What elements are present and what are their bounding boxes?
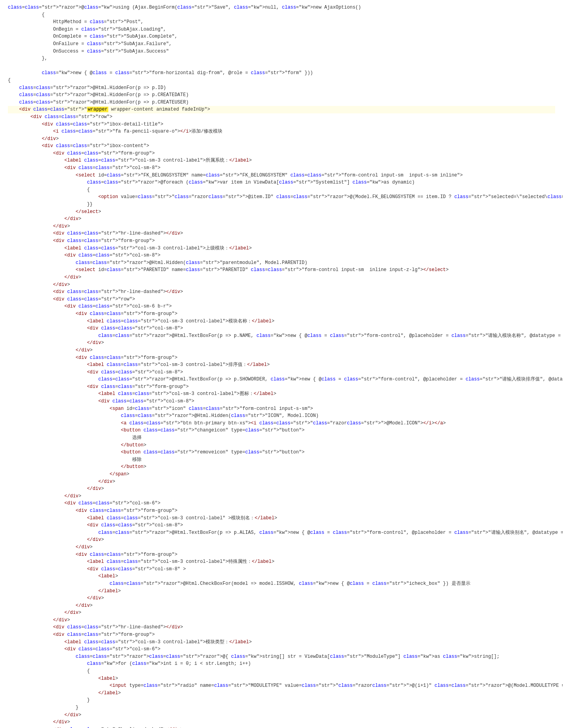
line-content: class=class="str">"razor">@class="kw">us… [8, 4, 555, 11]
code-line: } [8, 697, 555, 704]
code-line: <div class=class="str">"row"> [8, 113, 555, 121]
line-content: <div class=class="str">"form-group"> [8, 354, 555, 362]
code-line: class=class="str">"razor">@Html.TextBoxF… [8, 376, 555, 383]
line-content: { [8, 668, 555, 675]
line-content: } [8, 697, 555, 704]
line-content: class=class="str">"razor">@Html.TextBoxF… [8, 529, 563, 537]
code-line: OnFailure = class="str">"SubAjax.Failure… [8, 40, 555, 48]
code-line: <span id=class="str">"icon" class=class=… [8, 405, 555, 413]
code-line: </div> [8, 339, 555, 347]
code-line: </div> [8, 493, 555, 500]
code-line: class=class="str">"razor">@class="kw">us… [8, 4, 555, 11]
line-content: }} [8, 201, 555, 208]
line-content: </div> [8, 712, 555, 719]
line-content: </div> [8, 223, 555, 230]
line-content: class=class="str">"razor">@Html.Hidden(c… [8, 412, 555, 420]
code-line [8, 62, 555, 70]
code-line: </div> [8, 274, 555, 281]
code-line: 移除 [8, 456, 555, 464]
line-content: { [8, 77, 555, 84]
code-line: </div> [8, 135, 555, 143]
code-line: <div class=class="str">"hr-line-dashed">… [8, 288, 555, 296]
line-content [8, 62, 555, 70]
code-line: </div> [8, 536, 555, 544]
code-line: { [8, 77, 555, 84]
code-line: </button> [8, 442, 555, 449]
line-content: </div> [8, 347, 555, 354]
code-line: <div class=class="str">"col-sm-8"> [8, 325, 555, 332]
code-line: <i class=class="str">"fa fa-pencil-squar… [8, 128, 555, 135]
code-line: HttpMethod = class="str">"Post", [8, 18, 555, 26]
code-line: { [8, 11, 555, 19]
line-content: <div class=class="str">"col-sm-8"> [8, 398, 555, 405]
code-line: <div class=class="str">"col-sm-8"> [8, 369, 555, 376]
code-line: <div class=class="str">"form-group"> [8, 507, 555, 515]
line-content: class=class="str">"razor">@Html.HiddenFo… [8, 99, 555, 106]
code-line: <div class=class="str">"row"> [8, 296, 555, 303]
code-line: <div class=class="str">"col-sm-8" > [8, 566, 555, 573]
line-content: <label class=class="str">"col-sm-3 contr… [8, 245, 555, 252]
line-content: class=class="str">"razor">@Html.CheckBox… [8, 580, 555, 588]
code-line: <select id=class="str">"PARENTID" name=c… [8, 266, 555, 274]
code-line: <select id=class="str">"FK_BELONGSYSTEM"… [8, 172, 555, 179]
code-line: class=class="str">"razor">@foreach (clas… [8, 179, 555, 186]
code-editor: class=class="str">"razor">@class="kw">us… [0, 0, 563, 728]
line-content: <label class=class="str">"col-sm-3 contr… [8, 318, 555, 325]
line-content: <div class=class="str">"wrapper wrapper-… [8, 106, 555, 113]
line-content: OnBegin = class="str">"SubAjax.Loading", [8, 26, 555, 33]
line-content: <div class=class="str">"col-sm-8"> [8, 164, 555, 172]
line-content: </div> [8, 719, 555, 726]
code-line: </label> [8, 588, 555, 595]
line-content: <div class=class="str">"form-group"> [8, 631, 555, 639]
code-line: 选择 [8, 434, 555, 442]
code-line: class=class="str">"razor">@Html.HiddenFo… [8, 91, 555, 99]
line-content: <option value=class="str">"class="razorc… [8, 193, 563, 201]
code-line: </div> [8, 223, 555, 230]
code-lines: class=class="str">"razor">@class="kw">us… [8, 4, 555, 728]
line-content: </button> [8, 442, 555, 449]
code-line: </div> [8, 595, 555, 602]
line-content: </div> [8, 536, 555, 544]
code-line: <div class=class="str">"ibox-content"> [8, 142, 555, 150]
code-line: OnBegin = class="str">"SubAjax.Loading", [8, 26, 555, 33]
code-line: <div class=class="str">"col-sm-8"> [8, 522, 555, 529]
code-line: <div class=class="str">"form-group"> [8, 310, 555, 318]
code-line: </div> [8, 609, 555, 617]
line-content: class="kw">new { @class = class="str">"f… [8, 69, 555, 77]
line-content: class=class="str">"razor">@Html.HiddenFo… [8, 91, 555, 99]
code-line: <label class=class="str">"col-sm-3 contr… [8, 515, 555, 522]
line-content: <div class=class="str">"row"> [8, 296, 555, 303]
line-content: <div class=class="str">"ibox-content"> [8, 142, 555, 150]
line-content: <button class=class="str">"removeicon" t… [8, 449, 555, 456]
line-content: <div class=class="str">"form-group"> [8, 150, 555, 157]
code-line: <div class=class="str">"col-sm-8"> [8, 398, 555, 405]
line-content: <div class=class="str">"col-sm-8"> [8, 522, 555, 529]
code-line: </span> [8, 471, 555, 478]
line-content: <div class=class="str">"hr-line-dashed">… [8, 288, 555, 296]
line-content: OnFailure = class="str">"SubAjax.Failure… [8, 40, 555, 48]
code-line: </div> [8, 544, 555, 551]
line-content: </select> [8, 208, 555, 216]
line-content: </div> [8, 478, 555, 486]
line-content: HttpMethod = class="str">"Post", [8, 18, 555, 26]
code-line: <label class=class="str">"col-sm-3 contr… [8, 157, 555, 164]
code-line: <div class=class="str">"ibox-detail-titl… [8, 121, 555, 128]
code-line: <label> [8, 573, 555, 580]
line-content: <div class=class="str">"hr-line-dashed">… [8, 624, 555, 631]
line-content: <label class=class="str">"col-sm-3 contr… [8, 361, 555, 369]
line-content: <button class=class="str">"changeicon" t… [8, 427, 555, 434]
code-line: </select> [8, 208, 555, 216]
code-line: class="kw">for (class="kw">int i = 0; i … [8, 660, 555, 668]
line-content: <div class=class="str">"hr-line-dashed">… [8, 726, 555, 728]
line-content: <div class=class="str">"ibox-detail-titl… [8, 121, 555, 128]
line-content: class="kw">for (class="kw">int i = 0; i … [8, 660, 555, 668]
code-line: <option value=class="str">"class="razorc… [8, 193, 555, 201]
code-line: <div class=class="str">"wrapper wrapper-… [8, 106, 555, 113]
line-content: </div> [8, 274, 555, 281]
code-line: </div> [8, 347, 555, 354]
line-content: <div class=class="str">"form-group"> [8, 551, 555, 559]
line-content: class=class="str">"razor">@Html.HiddenFo… [8, 84, 555, 92]
line-content: 选择 [8, 434, 555, 442]
code-line: <div class=class="str">"col-sm-6"> [8, 500, 555, 507]
code-line: <div class=class="str">"col-sm-6 b-r"> [8, 303, 555, 310]
